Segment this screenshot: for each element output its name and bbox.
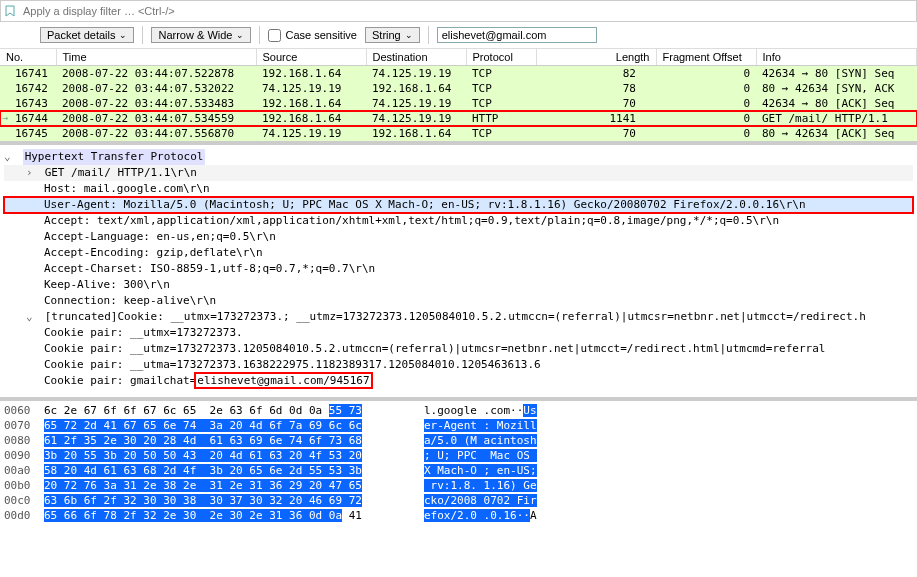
detail-text: User-Agent: Mozilla/5.0 (Macintosh; U; P… xyxy=(44,198,806,211)
hex-bytes-row[interactable]: 65 72 2d 41 67 65 6e 74 3a 20 4d 6f 7a 6… xyxy=(44,418,424,433)
col-source[interactable]: Source xyxy=(256,49,366,66)
http-header-keepalive[interactable]: Keep-Alive: 300\r\n xyxy=(4,277,913,293)
hex-bytes-row[interactable]: 6c 2e 67 6f 6f 67 6c 65 2e 63 6f 6d 0d 0… xyxy=(44,403,424,418)
hex-bytes-row[interactable]: 58 20 4d 61 63 68 2d 4f 3b 20 65 6e 2d 5… xyxy=(44,463,424,478)
separator xyxy=(259,26,260,44)
find-toolbar: Packet details ⌄ Narrow & Wide ⌄ Case se… xyxy=(0,22,917,49)
cell-dst: 74.125.19.19 xyxy=(366,96,466,111)
cell-proto: TCP xyxy=(466,126,536,141)
cell-time: 2008-07-22 03:44:07.532022 xyxy=(56,81,256,96)
cell-frag: 0 xyxy=(656,66,756,82)
cell-dst: 74.125.19.19 xyxy=(366,66,466,82)
caret-down-icon[interactable]: ⌄ xyxy=(26,309,38,325)
hex-bytes-row[interactable]: 63 6b 6f 2f 32 30 30 38 30 37 30 32 20 4… xyxy=(44,493,424,508)
cookie-pair[interactable]: Cookie pair: __utma=173272373.1638222975… xyxy=(4,357,913,373)
hex-ascii-row[interactable]: rv:1.8. 1.16) Ge xyxy=(424,478,913,493)
col-time[interactable]: Time xyxy=(56,49,256,66)
cell-src: 192.168.1.64 xyxy=(256,111,366,126)
hex-bytes-row[interactable]: 3b 20 55 3b 20 50 50 43 20 4d 61 63 20 4… xyxy=(44,448,424,463)
table-header-row: No. Time Source Destination Protocol Len… xyxy=(0,49,917,66)
detail-text: Connection: keep-alive\r\n xyxy=(44,294,216,307)
packet-table[interactable]: No. Time Source Destination Protocol Len… xyxy=(0,49,917,141)
hex-ascii-row[interactable]: a/5.0 (M acintosh xyxy=(424,433,913,448)
col-frag[interactable]: Fragment Offset xyxy=(656,49,756,66)
cell-info: 80 → 42634 [SYN, ACK xyxy=(756,81,917,96)
search-scope-combo[interactable]: Packet details ⌄ xyxy=(40,27,134,43)
separator xyxy=(142,26,143,44)
cookie-pair-prefix: Cookie pair: gmailchat= xyxy=(44,374,196,387)
col-dest[interactable]: Destination xyxy=(366,49,466,66)
hex-ascii-row[interactable]: X Mach-O ; en-US; xyxy=(424,463,913,478)
cell-info: 42634 → 80 [SYN] Seq xyxy=(756,66,917,82)
checkbox-input[interactable] xyxy=(268,29,281,42)
hex-bytes-row[interactable]: 65 66 6f 78 2f 32 2e 30 2e 30 2e 31 36 0… xyxy=(44,508,424,523)
cell-info: GET /mail/ HTTP/1.1 xyxy=(756,111,917,126)
hex-ascii-row[interactable]: ; U; PPC Mac OS xyxy=(424,448,913,463)
table-row[interactable]: 167442008-07-22 03:44:07.534559192.168.1… xyxy=(0,111,917,126)
col-proto[interactable]: Protocol xyxy=(466,49,536,66)
search-width-combo[interactable]: Narrow & Wide ⌄ xyxy=(151,27,251,43)
detail-text: GET /mail/ HTTP/1.1\r\n xyxy=(45,166,197,179)
cell-len: 1141 xyxy=(536,111,656,126)
hex-ascii-col[interactable]: l.google .com··User-Agent : Mozilla/5.0 … xyxy=(424,403,913,523)
http-header-user-agent[interactable]: User-Agent: Mozilla/5.0 (Macintosh; U; P… xyxy=(4,197,913,213)
hex-offset: 00b0 xyxy=(4,478,44,493)
cell-proto: TCP xyxy=(466,81,536,96)
search-type-combo[interactable]: String ⌄ xyxy=(365,27,420,43)
cell-no: 16742 xyxy=(0,81,56,96)
table-row[interactable]: 167432008-07-22 03:44:07.533483192.168.1… xyxy=(0,96,917,111)
cell-no: 16741 xyxy=(0,66,56,82)
packet-list-pane[interactable]: No. Time Source Destination Protocol Len… xyxy=(0,49,917,141)
cell-src: 74.125.19.19 xyxy=(256,126,366,141)
case-sensitive-checkbox[interactable]: Case sensitive xyxy=(268,29,357,42)
hex-ascii-row[interactable]: l.google .com··Us xyxy=(424,403,913,418)
http-header-accept-lang[interactable]: Accept-Language: en-us,en;q=0.5\r\n xyxy=(4,229,913,245)
cell-frag: 0 xyxy=(656,81,756,96)
cell-src: 192.168.1.64 xyxy=(256,96,366,111)
http-header-accept[interactable]: Accept: text/xml,application/xml,applica… xyxy=(4,213,913,229)
col-len[interactable]: Length xyxy=(536,49,656,66)
hex-offset: 00d0 xyxy=(4,508,44,523)
hex-offset: 00a0 xyxy=(4,463,44,478)
cookie-pair[interactable]: Cookie pair: gmailchat=elishevet@gmail.c… xyxy=(4,373,913,389)
hex-bytes-row[interactable]: 20 72 76 3a 31 2e 38 2e 31 2e 31 36 29 2… xyxy=(44,478,424,493)
chevron-down-icon: ⌄ xyxy=(119,30,127,40)
caret-right-icon[interactable]: › xyxy=(26,165,38,181)
hex-ascii-row[interactable]: cko/2008 0702 Fir xyxy=(424,493,913,508)
hex-ascii-row[interactable]: er-Agent : Mozill xyxy=(424,418,913,433)
http-header-accept-enc[interactable]: Accept-Encoding: gzip,deflate\r\n xyxy=(4,245,913,261)
cookie-pair[interactable]: Cookie pair: __utmx=173272373. xyxy=(4,325,913,341)
http-header-host[interactable]: Host: mail.google.com\r\n xyxy=(4,181,913,197)
col-no[interactable]: No. xyxy=(0,49,56,66)
detail-text: Cookie pair: __utmx=173272373. xyxy=(44,326,243,339)
cell-no: 16744 xyxy=(0,111,56,126)
packet-bytes-pane[interactable]: 006000700080009000a000b000c000d0 6c 2e 6… xyxy=(0,397,917,525)
http-request-line[interactable]: › GET /mail/ HTTP/1.1\r\n xyxy=(4,165,913,181)
cell-len: 82 xyxy=(536,66,656,82)
http-header-connection[interactable]: Connection: keep-alive\r\n xyxy=(4,293,913,309)
http-header-accept-chr[interactable]: Accept-Charset: ISO-8859-1,utf-8;q=0.7,*… xyxy=(4,261,913,277)
packet-details-pane[interactable]: ⌄ Hypertext Transfer Protocol › GET /mai… xyxy=(0,141,917,397)
hex-offsets-col: 006000700080009000a000b000c000d0 xyxy=(4,403,44,523)
table-row[interactable]: 167412008-07-22 03:44:07.522878192.168.1… xyxy=(0,66,917,82)
hex-offset: 0060 xyxy=(4,403,44,418)
display-filter-input[interactable] xyxy=(19,3,916,19)
hex-bytes-col[interactable]: 6c 2e 67 6f 6f 67 6c 65 2e 63 6f 6d 0d 0… xyxy=(44,403,424,523)
combo-label: String xyxy=(372,29,401,41)
search-input[interactable] xyxy=(437,27,597,43)
cell-dst: 74.125.19.19 xyxy=(366,111,466,126)
cell-len: 70 xyxy=(536,96,656,111)
hex-bytes-row[interactable]: 61 2f 35 2e 30 20 28 4d 61 63 69 6e 74 6… xyxy=(44,433,424,448)
table-row[interactable]: 167452008-07-22 03:44:07.55687074.125.19… xyxy=(0,126,917,141)
cookie-pair[interactable]: Cookie pair: __utmz=173272373.1205084010… xyxy=(4,341,913,357)
table-row[interactable]: 167422008-07-22 03:44:07.53202274.125.19… xyxy=(0,81,917,96)
http-header-cookie[interactable]: ⌄ [truncated]Cookie: __utmx=173272373.; … xyxy=(4,309,913,325)
hex-ascii-row[interactable]: efox/2.0 .0.16··A xyxy=(424,508,913,523)
proto-tree-root[interactable]: ⌄ Hypertext Transfer Protocol xyxy=(4,149,913,165)
col-info[interactable]: Info xyxy=(756,49,917,66)
display-filter-bar[interactable] xyxy=(0,0,917,22)
chevron-down-icon: ⌄ xyxy=(405,30,413,40)
caret-down-icon[interactable]: ⌄ xyxy=(4,149,16,165)
cell-time: 2008-07-22 03:44:07.533483 xyxy=(56,96,256,111)
bookmark-icon xyxy=(1,2,19,20)
